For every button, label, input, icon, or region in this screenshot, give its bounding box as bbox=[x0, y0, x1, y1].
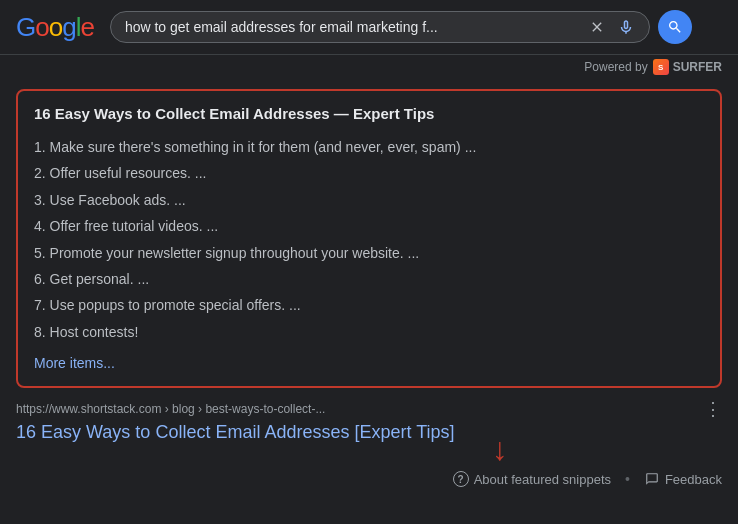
surfer-brand-name: SURFER bbox=[673, 60, 722, 74]
surfer-logo: S SURFER bbox=[653, 59, 722, 75]
result-url: https://www.shortstack.com › blog › best… bbox=[16, 402, 325, 416]
list-item: 2. Offer useful resources. ... bbox=[34, 160, 704, 186]
list-item: 5. Promote your newsletter signup throug… bbox=[34, 240, 704, 266]
search-button[interactable] bbox=[658, 10, 692, 44]
separator-dot: • bbox=[625, 471, 630, 487]
list-item: 7. Use popups to promote special offers.… bbox=[34, 292, 704, 318]
microphone-icon bbox=[617, 18, 635, 36]
list-item: 3. Use Facebook ads. ... bbox=[34, 187, 704, 213]
bottom-bar: ↓ ? About featured snippets • Feedback bbox=[0, 463, 738, 493]
question-icon: ? bbox=[453, 471, 469, 487]
voice-search-button[interactable] bbox=[617, 18, 635, 36]
powered-by-bar: Powered by S SURFER bbox=[0, 55, 738, 81]
google-logo: Google bbox=[16, 12, 94, 43]
list-item: 1. Make sure there's something in it for… bbox=[34, 134, 704, 160]
result-options-button[interactable]: ⋮ bbox=[704, 400, 722, 418]
surfer-icon: S bbox=[653, 59, 669, 75]
featured-snippet-box: 16 Easy Ways to Collect Email Addresses … bbox=[16, 89, 722, 388]
feedback-label: Feedback bbox=[665, 472, 722, 487]
search-bar[interactable]: how to get email addresses for email mar… bbox=[110, 11, 650, 43]
clear-button[interactable] bbox=[589, 19, 605, 35]
about-snippets-link[interactable]: ? About featured snippets bbox=[453, 471, 611, 487]
result-title-link[interactable]: 16 Easy Ways to Collect Email Addresses … bbox=[16, 422, 722, 443]
powered-by-label: Powered by bbox=[584, 60, 647, 74]
list-item: 4. Offer free tutorial videos. ... bbox=[34, 213, 704, 239]
arrow-down-icon: ↓ bbox=[492, 433, 508, 465]
snippet-title: 16 Easy Ways to Collect Email Addresses … bbox=[34, 105, 704, 122]
snippet-list: 1. Make sure there's something in it for… bbox=[34, 134, 704, 345]
list-item: 8. Host contests! bbox=[34, 319, 704, 345]
source-url-row: https://www.shortstack.com › blog › best… bbox=[16, 400, 722, 418]
close-icon bbox=[589, 19, 605, 35]
more-items-link[interactable]: More items... bbox=[34, 355, 115, 371]
feedback-button[interactable]: Feedback bbox=[644, 471, 722, 487]
header: Google how to get email addresses for em… bbox=[0, 0, 738, 55]
arrow-indicator: ↓ bbox=[492, 433, 508, 465]
main-content: 16 Easy Ways to Collect Email Addresses … bbox=[0, 81, 738, 459]
search-icon bbox=[667, 19, 683, 35]
search-icons bbox=[589, 18, 635, 36]
search-input: how to get email addresses for email mar… bbox=[125, 19, 581, 35]
feedback-icon bbox=[644, 471, 660, 487]
list-item: 6. Get personal. ... bbox=[34, 266, 704, 292]
about-snippets-label: About featured snippets bbox=[474, 472, 611, 487]
google-logo-text: Google bbox=[16, 12, 94, 43]
